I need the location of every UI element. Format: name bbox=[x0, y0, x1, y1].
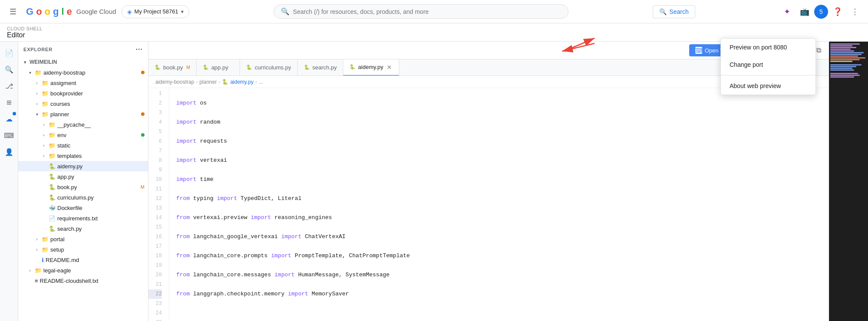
tree-item-static[interactable]: › 📁 static bbox=[18, 140, 148, 151]
file-icon-book-py: 🐍 bbox=[49, 184, 56, 190]
courses-label: courses bbox=[50, 101, 145, 107]
minimap-line bbox=[830, 45, 852, 46]
tree-item-readme-md[interactable]: ℹ README.md bbox=[18, 255, 148, 265]
folder-icon-assigment: 📁 bbox=[42, 80, 49, 86]
pycache-chevron: › bbox=[41, 122, 47, 127]
line-6: from typing import TypedDict, Literal bbox=[176, 194, 822, 203]
minimap-line bbox=[830, 56, 858, 57]
avatar-button[interactable]: 5 bbox=[814, 5, 828, 19]
bookprovider-chevron: › bbox=[34, 91, 40, 96]
tree-root[interactable]: ▾ WEIMEILIN bbox=[18, 57, 148, 67]
tree-item-planner[interactable]: ▾ 📁 planner bbox=[18, 109, 148, 119]
search-button[interactable]: 🔍 Search bbox=[653, 5, 695, 18]
hamburger-button[interactable]: ☰ bbox=[5, 4, 21, 20]
activity-extensions-button[interactable]: ⊞ bbox=[1, 95, 17, 110]
file-icon-dockerfile: 🐳 bbox=[49, 205, 56, 211]
tab-modified-badge-book-py: M bbox=[187, 65, 190, 70]
line-2: import random bbox=[176, 118, 822, 127]
code-editor[interactable]: 12345 678910 1112131415 1617181920 21 22… bbox=[148, 88, 829, 321]
tree-item-assigment[interactable]: › 📁 assigment bbox=[18, 78, 148, 88]
portal-label: portal bbox=[50, 236, 145, 242]
tree-item-dockerfile[interactable]: 🐳 Dockerfile bbox=[18, 203, 148, 213]
activity-terminal-button[interactable]: ⌨ bbox=[1, 128, 17, 143]
cast-icon: 📺 bbox=[800, 7, 809, 16]
tree-item-legal-eagle[interactable]: › 📁 legal-eagle bbox=[18, 265, 148, 275]
tree-item-book-py[interactable]: 🐍 book.py M bbox=[18, 182, 148, 192]
env-label: env bbox=[57, 132, 139, 138]
line-9: from langchain_core.prompts import Promp… bbox=[176, 251, 822, 261]
dropdown-item-about-preview[interactable]: About web preview bbox=[721, 77, 815, 95]
search-bar[interactable]: 🔍 bbox=[273, 4, 569, 19]
activity-git-button[interactable]: ⎇ bbox=[1, 78, 17, 94]
project-selector[interactable]: ◈ My Project 58761 ▾ bbox=[122, 5, 189, 18]
more-button[interactable]: ⋮ bbox=[847, 4, 863, 20]
google-cloud-logo[interactable]: G o o g l e Google Cloud bbox=[26, 6, 116, 17]
tree-item-app-py[interactable]: 🐍 app.py bbox=[18, 171, 148, 182]
logo-o1: o bbox=[36, 6, 42, 17]
logo-e: e bbox=[67, 6, 72, 17]
tab-aidemy-py[interactable]: 🐍 aidemy.py ✕ bbox=[343, 59, 399, 76]
help-icon: ❓ bbox=[833, 7, 842, 16]
folder-icon-env: 📁 bbox=[49, 132, 56, 138]
about-preview-label: About web preview bbox=[730, 82, 781, 89]
dropdown-divider bbox=[721, 75, 815, 75]
cloud-shell-title: Editor bbox=[7, 31, 43, 39]
tree-item-requirements-txt[interactable]: 📄 requirements.txt bbox=[18, 213, 148, 223]
line-7: from vertexai.preview import reasoning_e… bbox=[176, 213, 822, 223]
tab-close-aidemy-py[interactable]: ✕ bbox=[386, 63, 393, 72]
sidebar: EXPLORER ⋯ ▾ WEIMEILIN ▾ 📁 aidemy-boostr… bbox=[18, 42, 148, 321]
assigment-chevron: › bbox=[34, 81, 40, 85]
tree-item-aidemy-bootstrap[interactable]: ▾ 📁 aidemy-boostrap bbox=[18, 67, 148, 78]
tree-item-env[interactable]: › 📁 env bbox=[18, 130, 148, 140]
minimap-line bbox=[830, 50, 854, 52]
avatar-letter: 5 bbox=[819, 8, 823, 15]
minimap-line bbox=[830, 76, 854, 78]
breadcrumb-planner: planner bbox=[199, 79, 217, 85]
cast-button[interactable]: 📺 bbox=[797, 4, 812, 20]
tree-item-courses[interactable]: › 📁 courses bbox=[18, 98, 148, 109]
folder-icon-static: 📁 bbox=[49, 142, 56, 149]
tree-item-pycache[interactable]: › 📁 __pycache__ bbox=[18, 119, 148, 130]
tab-app-py[interactable]: 🐍 app.py bbox=[197, 59, 240, 76]
tree-item-aidemy-py[interactable]: 🐍 aidemy.py bbox=[18, 161, 148, 171]
tab-book-py[interactable]: 🐍 book.py M bbox=[148, 59, 197, 76]
tab-curriculums-py[interactable]: 🐍 curriculums.py bbox=[240, 59, 298, 76]
folder-icon-portal: 📁 bbox=[42, 236, 49, 242]
gemini-button[interactable]: ✦ bbox=[779, 4, 795, 20]
file-tree: ▾ WEIMEILIN ▾ 📁 aidemy-boostrap › 📁 assi… bbox=[18, 57, 148, 286]
minimap-line bbox=[830, 43, 860, 45]
preview-port-label: Preview on port 8080 bbox=[730, 44, 787, 51]
tree-item-portal[interactable]: › 📁 portal bbox=[18, 234, 148, 244]
terminal-icon: ⌨ bbox=[4, 131, 14, 140]
activity-search-button[interactable]: 🔍 bbox=[1, 62, 17, 77]
tree-item-curriculums-py[interactable]: 🐍 curriculums.py bbox=[18, 192, 148, 203]
activity-files-button[interactable]: 📄 bbox=[1, 45, 17, 61]
minimap-line bbox=[830, 68, 852, 69]
topbar: ☰ G o o g l e Google Cloud ◈ My Project … bbox=[0, 0, 868, 23]
help-button[interactable]: ❓ bbox=[830, 4, 845, 20]
terminal-button-icon: ⌨ bbox=[695, 47, 702, 54]
tab-search-py[interactable]: 🐍 search.py bbox=[298, 59, 343, 76]
tree-item-setup[interactable]: › 📁 setup bbox=[18, 244, 148, 255]
tree-item-readme-cloudshell[interactable]: ≡ README-cloudshell.txt bbox=[18, 275, 148, 286]
breadcrumb-icon: 🐍 bbox=[222, 79, 228, 85]
dropdown-item-preview-port[interactable]: Preview on port 8080 bbox=[721, 39, 815, 56]
readme-md-label: README.md bbox=[46, 257, 145, 263]
tree-item-templates[interactable]: › 📁 templates bbox=[18, 151, 148, 161]
book-py-label: book.py bbox=[57, 184, 139, 190]
activity-cloud-button[interactable]: ☁ bbox=[1, 111, 17, 127]
chevron-down-icon: ▾ bbox=[181, 9, 184, 15]
breadcrumb-file: aidemy.py bbox=[230, 79, 253, 85]
tree-item-bookprovider[interactable]: › 📁 bookprovider bbox=[18, 88, 148, 98]
explorer-more-button[interactable]: ⋯ bbox=[135, 45, 143, 53]
code-lines: 12345 678910 1112131415 1617181920 21 22… bbox=[148, 88, 829, 321]
env-chevron: › bbox=[41, 133, 47, 138]
tree-item-search-py[interactable]: 🐍 search.py bbox=[18, 223, 148, 234]
dropdown-item-change-port[interactable]: Change port bbox=[721, 56, 815, 73]
search-input[interactable] bbox=[293, 8, 561, 15]
portal-chevron: › bbox=[34, 237, 40, 242]
activity-user-button[interactable]: 👤 bbox=[1, 144, 17, 160]
code-content: import os import random import requests … bbox=[169, 88, 829, 321]
legal-eagle-chevron: › bbox=[27, 268, 33, 273]
aidemy-bootstrap-dot bbox=[141, 71, 145, 74]
